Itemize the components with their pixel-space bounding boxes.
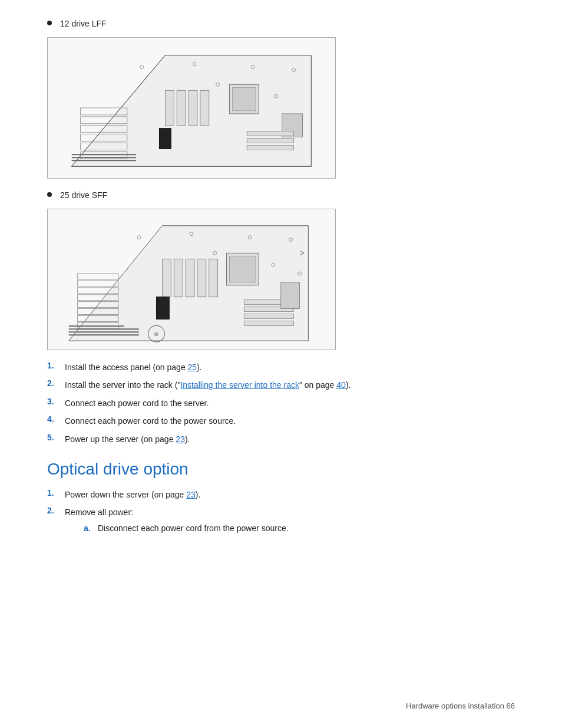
step-2-link2[interactable]: 40: [336, 380, 346, 390]
step-1: 1. Install the access panel (on page 25)…: [47, 361, 515, 374]
step-5-link[interactable]: 23: [176, 434, 185, 444]
steps-list: 1. Install the access panel (on page 25)…: [47, 361, 515, 446]
diagram-placeholder-2: ⊕ >: [48, 209, 335, 350]
step-3: 3. Connect each power cord to the server…: [47, 397, 515, 410]
step-4-num: 4.: [47, 414, 65, 424]
sub-list: a. Disconnect each power cord from the p…: [84, 522, 289, 535]
svg-rect-20: [247, 145, 293, 150]
bullet-item-2: 25 drive SFF: [47, 189, 515, 202]
step-2: 2. Install the server into the rack ("In…: [47, 378, 515, 391]
step-1-link[interactable]: 25: [188, 363, 197, 372]
step-2-num: 2.: [47, 378, 65, 388]
sub-step-a: a. Disconnect each power cord from the p…: [84, 522, 289, 535]
sub-step-a-label: a.: [84, 522, 98, 535]
step-5: 5. Power up the server (on page 23).: [47, 433, 515, 446]
svg-rect-12: [189, 90, 197, 126]
svg-rect-45: [209, 259, 218, 297]
sub-step-a-text: Disconnect each power cord from the powe…: [98, 522, 289, 535]
svg-rect-42: [174, 259, 183, 297]
step-5-num: 5.: [47, 433, 65, 442]
section-title: Optical drive option: [47, 460, 515, 479]
section-step-2: 2. Remove all power: a. Disconnect each …: [47, 506, 515, 537]
section-step-1-link[interactable]: 23: [186, 490, 196, 499]
page-footer: Hardware options installation 66: [406, 701, 515, 710]
svg-rect-15: [232, 87, 256, 111]
step-1-text: Install the access panel (on page 25).: [65, 361, 202, 374]
section-steps-list: 1. Power down the server (on page 23). 2…: [47, 488, 515, 537]
svg-text:⊕: ⊕: [154, 331, 159, 337]
section-step-2-num: 2.: [47, 506, 65, 515]
svg-rect-52: [244, 321, 293, 325]
step-3-num: 3.: [47, 397, 65, 406]
svg-rect-19: [247, 139, 293, 143]
step-3-text: Connect each power cord to the server.: [65, 397, 209, 410]
svg-rect-48: [157, 297, 170, 319]
section-step-1-text: Power down the server (on page 23).: [65, 488, 200, 501]
diagram-1: [47, 37, 336, 179]
svg-rect-10: [165, 90, 174, 126]
svg-rect-43: [186, 259, 194, 297]
bullet-label-2: 25 drive SFF: [60, 189, 107, 202]
svg-rect-18: [247, 131, 293, 136]
svg-rect-53: [281, 282, 300, 309]
footer-text: Hardware options installation 66: [406, 701, 515, 710]
section-step-2-text: Remove all power: a. Disconnect each pow…: [65, 506, 289, 537]
step-2-text: Install the server into the rack ("Insta…: [65, 378, 351, 391]
svg-rect-47: [229, 256, 256, 282]
diagram-placeholder-1: [48, 38, 335, 178]
diagram-2: ⊕ >: [47, 209, 336, 350]
svg-rect-41: [162, 259, 171, 297]
svg-rect-11: [177, 90, 186, 126]
svg-rect-44: [197, 259, 206, 297]
diagram-svg-1: [48, 38, 335, 178]
bullet-label-1: 12 drive LFF: [60, 18, 107, 30]
bullet-dot-2: [47, 192, 52, 197]
step-4-text: Connect each power cord to the power sou…: [65, 414, 236, 427]
diagram-svg-2: ⊕ >: [48, 209, 335, 350]
section-step-1-num: 1.: [47, 488, 65, 498]
svg-rect-51: [244, 314, 293, 319]
svg-rect-17: [159, 129, 171, 149]
bullet-dot-1: [47, 21, 52, 25]
step-2-link1[interactable]: Installing the server into the rack: [180, 380, 299, 390]
step-5-text: Power up the server (on page 23).: [65, 433, 190, 446]
svg-rect-13: [200, 90, 209, 126]
step-1-num: 1.: [47, 361, 65, 370]
section-step-1: 1. Power down the server (on page 23).: [47, 488, 515, 501]
svg-text:>: >: [299, 248, 304, 258]
step-4: 4. Connect each power cord to the power …: [47, 414, 515, 427]
page: 12 drive LFF: [0, 0, 562, 728]
bullet-item-1: 12 drive LFF: [47, 18, 515, 30]
